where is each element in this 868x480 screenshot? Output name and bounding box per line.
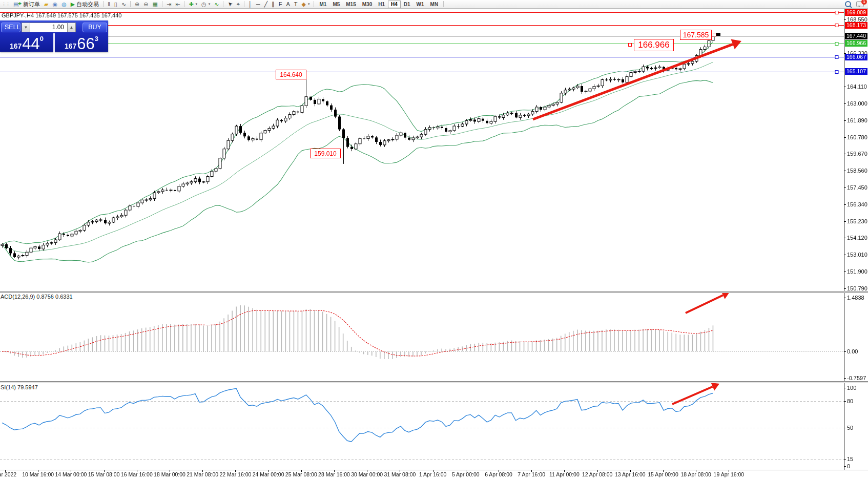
vertical-line-button[interactable]: │ <box>246 0 254 8</box>
time-axis-label: 12 Apr 08:00 <box>582 471 613 477</box>
vertical-line-icon: │ <box>249 1 252 7</box>
price-annotation-label[interactable]: 167.585 <box>680 30 712 40</box>
timeframe-h1[interactable]: H1 <box>375 1 388 8</box>
time-axis-label: Mar 2022 <box>0 471 16 477</box>
auto-trading-button[interactable]: ▶自动交易 <box>69 0 101 8</box>
volume-input[interactable] <box>30 23 67 32</box>
time-axis-label: 5 Apr 00:00 <box>452 471 480 477</box>
ask-price-sup: 3 <box>95 35 98 43</box>
candlestick-chart-button[interactable]: ▯ <box>112 0 119 8</box>
time-axis-label: 13 Apr 16:00 <box>615 471 646 477</box>
rsi-axis-label: 15 <box>847 456 853 462</box>
horizontal-line-icon: ─ <box>256 1 260 7</box>
annotation-anchor <box>628 43 632 47</box>
timeframe-m30[interactable]: M30 <box>359 1 375 8</box>
label-button[interactable]: T <box>292 0 300 8</box>
timeframe-w1[interactable]: W1 <box>414 1 427 8</box>
crayon-icon: ▰ <box>44 1 48 7</box>
cursor-button[interactable]: ➤ <box>225 0 234 8</box>
chart-canvas[interactable] <box>0 0 868 480</box>
ask-price-big: 66 <box>77 36 94 52</box>
time-axis-label: 19 Apr 16:00 <box>714 471 745 477</box>
signals-icon: ◍ <box>61 1 67 7</box>
price-axis-tick: 150.790 <box>847 285 867 291</box>
timeframe-h4[interactable]: H4 <box>388 1 401 8</box>
volume-increase-button[interactable]: ▲ <box>67 23 76 32</box>
publisher-button[interactable]: ◉ <box>51 0 60 8</box>
shapes-icon: ◆ <box>301 1 305 7</box>
timeframe-m5[interactable]: M5 <box>329 1 343 8</box>
toolbar-right: 1 <box>845 1 868 7</box>
price-axis-tick: 158.560 <box>847 168 867 174</box>
bar-chart-button[interactable]: ‖ <box>106 0 112 8</box>
shapes-button[interactable]: ◆▾ <box>299 0 312 8</box>
crosshair-icon: ⌖ <box>237 1 240 7</box>
signals-button[interactable]: ◍ <box>59 0 69 8</box>
crosshair-button[interactable]: ⌖ <box>235 0 242 8</box>
time-axis-label: 16 Mar 16:00 <box>121 471 153 477</box>
auto-trading-icon: ▶ <box>71 1 75 7</box>
candlestick-chart-icon: ▯ <box>114 1 117 7</box>
chat-icon[interactable]: 1 <box>856 1 864 7</box>
price-line-badge: 167.440 <box>845 33 867 39</box>
chart-shift-button[interactable]: ⇤ <box>173 0 182 8</box>
timeframe-m1[interactable]: M1 <box>316 1 329 8</box>
price-annotation-label[interactable]: 164.640 <box>276 70 306 79</box>
add-indicator-button[interactable]: ✚▾ <box>187 0 199 8</box>
time-axis-label: 6 Apr 08:00 <box>485 471 512 477</box>
channel-button[interactable]: ∥ <box>270 0 277 8</box>
fibonacci-button[interactable]: F <box>277 0 284 8</box>
price-line-badge: 166.966 <box>845 40 867 47</box>
bid-price: 167 44 0 <box>0 33 53 53</box>
rsi-axis-label: 100 <box>847 385 856 391</box>
crayon-button[interactable]: ▰ <box>42 0 50 8</box>
tile-windows-button[interactable]: ▦ <box>151 0 160 8</box>
trendline-button[interactable]: ╱ <box>262 0 270 8</box>
timeframe-mn[interactable]: MN <box>427 1 442 8</box>
time-axis-label: 24 Mar 00:00 <box>253 471 284 477</box>
text-button[interactable]: A <box>284 0 292 8</box>
price-axis-tick: 159.670 <box>847 151 867 157</box>
publisher-icon: ◉ <box>53 1 58 7</box>
auto-scroll-button[interactable]: ⇥ <box>164 0 173 8</box>
time-axis-label: 18 Apr 08:00 <box>680 471 711 477</box>
time-axis-label: 15 Mar 08:00 <box>88 471 120 477</box>
new-order-button-label: 新订单 <box>23 1 40 8</box>
timeframe-d1[interactable]: D1 <box>401 1 414 8</box>
bid-price-big: 44 <box>22 36 39 52</box>
annotation-anchor <box>713 33 716 36</box>
chevron-down-icon: ▾ <box>209 2 211 6</box>
search-icon[interactable] <box>845 1 851 7</box>
zoom-in-button[interactable]: ⊕ <box>133 0 141 8</box>
horizontal-line-button[interactable]: ─ <box>254 0 262 8</box>
periods-button[interactable]: ◷▾ <box>199 0 212 8</box>
price-axis-tick: 161.890 <box>847 117 867 123</box>
timeframe-m15[interactable]: M15 <box>343 1 359 8</box>
templates-button[interactable]: ∿ <box>212 0 221 8</box>
ask-price-small: 167 <box>65 42 76 50</box>
cursor-icon: ➤ <box>226 0 234 8</box>
line-chart-button[interactable]: ∿ <box>119 0 128 8</box>
price-axis-tick: 160.780 <box>847 134 867 140</box>
rsi-axis-label: 50 <box>847 425 853 431</box>
auto-scroll-icon: ⇥ <box>167 1 171 7</box>
bid-price-sup: 0 <box>40 35 44 43</box>
macd-pane-splitter[interactable] <box>0 291 868 293</box>
zoom-out-button[interactable]: ⊖ <box>141 0 150 8</box>
price-axis-tick: 164.110 <box>847 84 867 90</box>
new-order-button[interactable]: ▤✚新订单 <box>11 0 42 8</box>
volume-decrease-button[interactable]: ▼ <box>22 23 30 32</box>
rsi-pane-splitter[interactable] <box>0 381 868 383</box>
price-divider <box>53 33 55 53</box>
chevron-down-icon: ▾ <box>308 2 310 6</box>
buy-button[interactable]: BUY <box>82 23 107 32</box>
price-annotation-label[interactable]: 159.010 <box>310 149 341 158</box>
fibonacci-icon: F <box>279 1 282 7</box>
price-annotation-label[interactable]: 166.966 <box>634 39 674 51</box>
time-axis-label: 18 Mar 00:00 <box>154 471 185 477</box>
price-axis-tick: 155.230 <box>847 218 867 224</box>
time-axis-label: 11 Apr 00:00 <box>549 471 580 477</box>
sell-button[interactable]: SELL <box>1 23 20 32</box>
chart-shift-icon: ⇤ <box>175 1 180 7</box>
time-axis-label: 31 Mar 08:00 <box>384 471 416 477</box>
